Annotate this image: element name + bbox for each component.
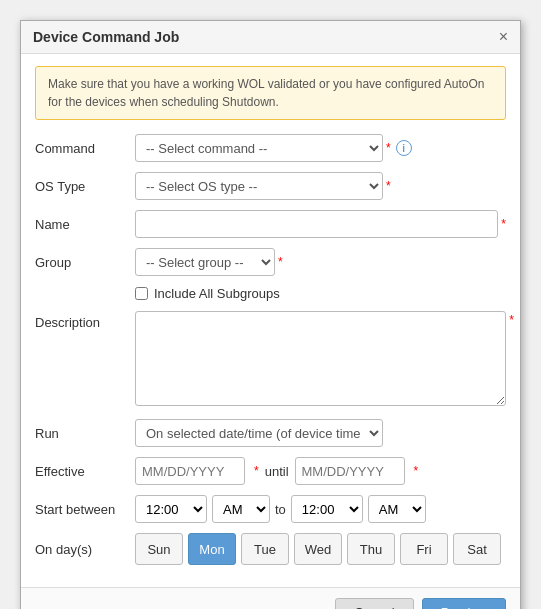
effective-controls: * until *	[135, 457, 418, 485]
dialog-body: Make sure that you have a working WOL va…	[21, 54, 520, 587]
start-ampm-to-select[interactable]: AM PM	[368, 495, 426, 523]
cancel-button[interactable]: Cancel	[335, 598, 413, 609]
run-label: Run	[35, 426, 135, 441]
effective-from-input[interactable]	[135, 457, 245, 485]
include-subgroups-label[interactable]: Include All Subgroups	[154, 286, 280, 301]
name-required: *	[501, 217, 506, 231]
group-required: *	[278, 255, 283, 269]
command-row: Command -- Select command -- * i	[35, 134, 506, 162]
effective-label: Effective	[35, 464, 135, 479]
days-label: On day(s)	[35, 542, 135, 557]
command-control: -- Select command -- * i	[135, 134, 506, 162]
run-select[interactable]: On selected date/time (of device time zo	[135, 419, 383, 447]
description-label: Description	[35, 311, 135, 330]
start-between-label: Start between	[35, 502, 135, 517]
start-time-from-select[interactable]: 12:00	[135, 495, 207, 523]
warning-text: Make sure that you have a working WOL va…	[48, 77, 484, 109]
name-control: *	[135, 210, 506, 238]
preview-button[interactable]: Preview	[422, 598, 506, 609]
warning-box: Make sure that you have a working WOL va…	[35, 66, 506, 120]
day-btn-sat[interactable]: Sat	[453, 533, 501, 565]
day-btn-thu[interactable]: Thu	[347, 533, 395, 565]
command-select[interactable]: -- Select command --	[135, 134, 383, 162]
ostype-row: OS Type -- Select OS type -- *	[35, 172, 506, 200]
start-between-controls: 12:00 AM PM to 12:00 AM PM	[135, 495, 426, 523]
days-buttons: SunMonTueWedThuFriSat	[135, 533, 501, 565]
name-input[interactable]	[135, 210, 498, 238]
group-row: Group -- Select group -- *	[35, 248, 506, 276]
device-command-job-dialog: Device Command Job × Make sure that you …	[20, 20, 521, 609]
dialog-title: Device Command Job	[33, 29, 179, 45]
description-required: *	[509, 313, 514, 327]
ostype-control: -- Select OS type -- *	[135, 172, 506, 200]
description-textarea[interactable]	[135, 311, 506, 406]
start-between-row: Start between 12:00 AM PM to 12:00 AM PM	[35, 495, 506, 523]
effective-to-input[interactable]	[295, 457, 405, 485]
effective-from-required: *	[254, 464, 259, 478]
day-btn-sun[interactable]: Sun	[135, 533, 183, 565]
description-control: *	[135, 311, 506, 409]
day-btn-tue[interactable]: Tue	[241, 533, 289, 565]
ostype-label: OS Type	[35, 179, 135, 194]
start-ampm-from-select[interactable]: AM PM	[212, 495, 270, 523]
ostype-required: *	[386, 179, 391, 193]
group-label: Group	[35, 255, 135, 270]
start-time-to-select[interactable]: 12:00	[291, 495, 363, 523]
include-subgroups-checkbox[interactable]	[135, 287, 148, 300]
name-row: Name *	[35, 210, 506, 238]
run-control: On selected date/time (of device time zo	[135, 419, 506, 447]
dialog-footer: Cancel Preview	[21, 587, 520, 609]
command-required: *	[386, 141, 391, 155]
ostype-select[interactable]: -- Select OS type --	[135, 172, 383, 200]
description-row: Description *	[35, 311, 506, 409]
run-row: Run On selected date/time (of device tim…	[35, 419, 506, 447]
subgroups-row: Include All Subgroups	[35, 286, 506, 301]
day-btn-fri[interactable]: Fri	[400, 533, 448, 565]
group-control: -- Select group -- *	[135, 248, 506, 276]
to-label: to	[275, 502, 286, 517]
group-select[interactable]: -- Select group --	[135, 248, 275, 276]
close-button[interactable]: ×	[499, 29, 508, 45]
day-btn-mon[interactable]: Mon	[188, 533, 236, 565]
until-label: until	[265, 464, 289, 479]
day-btn-wed[interactable]: Wed	[294, 533, 342, 565]
name-label: Name	[35, 217, 135, 232]
effective-to-required: *	[414, 464, 419, 478]
dialog-header: Device Command Job ×	[21, 21, 520, 54]
days-row: On day(s) SunMonTueWedThuFriSat	[35, 533, 506, 565]
info-icon[interactable]: i	[396, 140, 412, 156]
command-label: Command	[35, 141, 135, 156]
effective-row: Effective * until *	[35, 457, 506, 485]
